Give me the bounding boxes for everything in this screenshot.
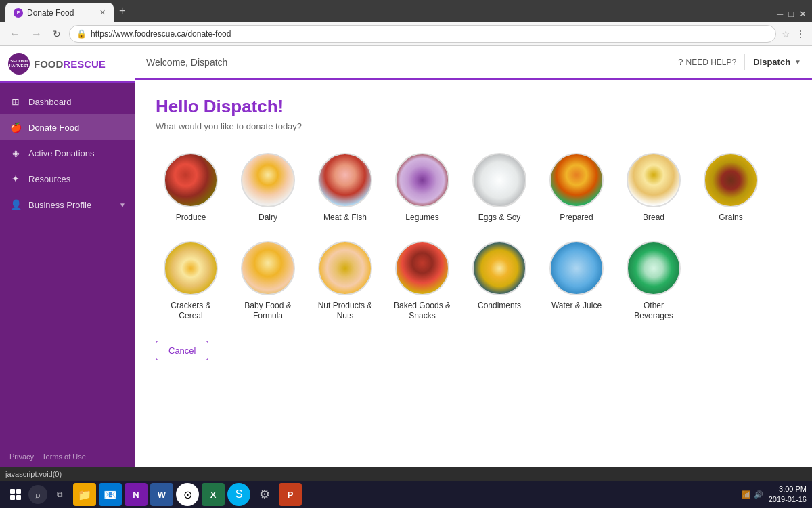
food-category-eggs-soy[interactable]: Eggs & Soy (464, 148, 535, 229)
food-category-condiments[interactable]: Condiments (464, 236, 535, 327)
task-view-button[interactable]: ⧉ (50, 485, 69, 504)
food-circle-eggs-soy (472, 153, 526, 207)
food-label-prepared: Prepared (560, 213, 593, 224)
food-category-bread[interactable]: Bread (618, 148, 689, 229)
welcome-text: Welcome, Dispatch (146, 57, 678, 68)
chevron-down-icon: ▼ (119, 201, 126, 209)
taskbar-settings[interactable]: ⚙ (253, 483, 276, 506)
url-text: https://www.foodrescue.ca/donate-food (91, 29, 769, 39)
page-title: Hello Dispatch! (156, 96, 792, 117)
new-tab-button[interactable]: + (115, 2, 129, 20)
maximize-button[interactable]: □ (788, 9, 794, 19)
user-menu[interactable]: Dispatch ▼ (753, 57, 801, 67)
network-icon: 📶 (742, 490, 751, 499)
sidebar-item-label: Donate Food (28, 123, 126, 133)
page-subtitle: What would you like to donate today? (156, 121, 792, 131)
food-label-baby-food: Baby Food & Formula (238, 301, 298, 322)
sidebar-item-label: Dashboard (28, 97, 126, 107)
business-profile-icon: 👤 (9, 198, 22, 211)
close-button[interactable]: ✕ (799, 9, 807, 19)
help-icon: ? (678, 57, 683, 67)
food-category-grains[interactable]: Grains (696, 148, 766, 229)
food-circle-baby-food (241, 241, 295, 295)
food-circle-condiments (472, 241, 526, 295)
food-category-produce[interactable]: Produce (156, 148, 226, 229)
tab-title: Donate Food (27, 8, 74, 18)
browser-tab-active[interactable]: F Donate Food ✕ (5, 3, 114, 22)
taskbar: ⌕ ⧉ 📁 📧 N W ⊙ X S ⚙ P 📶 🔊 3:00 PM 2019-0… (0, 481, 812, 508)
sidebar-item-resources[interactable]: ✦ Resources (0, 166, 135, 192)
food-category-other-beverages[interactable]: Other Beverages (618, 236, 689, 327)
taskbar-right: 📶 🔊 3:00 PM 2019-01-16 (742, 484, 807, 505)
taskbar-onenote[interactable]: N (125, 483, 148, 506)
sidebar-item-dashboard[interactable]: ⊞ Dashboard (0, 89, 135, 114)
food-category-nut-products[interactable]: Nut Products & Nuts (310, 236, 380, 327)
terms-link[interactable]: Terms of Use (42, 452, 86, 461)
app-header: Welcome, Dispatch ? NEED HELP? Dispatch … (135, 46, 812, 80)
food-category-meat-fish[interactable]: Meat & Fish (310, 148, 380, 229)
food-circle-water-juice (549, 241, 604, 295)
food-category-water-juice[interactable]: Water & Juice (541, 236, 612, 327)
extensions-icon[interactable]: ⋮ (796, 28, 805, 39)
taskbar-excel[interactable]: X (202, 483, 225, 506)
privacy-link[interactable]: Privacy (9, 452, 34, 461)
food-category-baked-goods[interactable]: Baked Goods & Snacks (387, 236, 457, 327)
active-donations-icon: ◈ (9, 147, 22, 159)
bookmark-icon[interactable]: ☆ (782, 28, 790, 39)
food-label-condiments: Condiments (478, 301, 521, 312)
food-label-baked-goods: Baked Goods & Snacks (392, 301, 452, 322)
dashboard-icon: ⊞ (9, 96, 22, 108)
taskbar-clock: 3:00 PM 2019-01-16 (769, 484, 807, 505)
status-bar: javascript:void(0) (0, 467, 812, 481)
sidebar-item-business-profile[interactable]: 👤 Business Profile ▼ (0, 192, 135, 217)
food-circle-other-beverages (627, 241, 681, 295)
sidebar-item-active-donations[interactable]: ◈ Active Donations (0, 140, 135, 166)
resources-icon: ✦ (9, 173, 22, 185)
sidebar: SECONDHARVEST FOODRESCUE ⊞ Dashboard 🍎 D… (0, 46, 135, 467)
food-circle-prepared (549, 153, 604, 207)
help-text: NEED HELP? (685, 58, 736, 67)
taskbar-file-explorer[interactable]: 📁 (73, 483, 96, 506)
status-text: javascript:void(0) (5, 470, 62, 478)
sidebar-item-donate-food[interactable]: 🍎 Donate Food (0, 114, 135, 140)
back-button[interactable]: ← (7, 26, 23, 41)
logo-text: FOODRESCUE (34, 58, 106, 70)
minimize-button[interactable]: ─ (777, 9, 783, 19)
taskbar-chrome[interactable]: ⊙ (176, 483, 199, 506)
taskbar-skype[interactable]: S (227, 483, 250, 506)
forward-button[interactable]: → (28, 26, 45, 41)
tab-close-icon[interactable]: ✕ (99, 8, 106, 17)
tab-favicon: F (14, 8, 23, 18)
taskbar-sys-icons: 📶 🔊 (742, 490, 763, 499)
food-label-bread: Bread (643, 213, 664, 224)
browser-chrome: F Donate Food ✕ + ─ □ ✕ (0, 0, 812, 22)
start-button[interactable] (5, 484, 26, 505)
food-category-legumes[interactable]: Legumes (387, 148, 457, 229)
food-circle-crackers-cereal (164, 241, 218, 295)
donate-food-icon: 🍎 (9, 121, 22, 133)
address-bar-row: ← → ↻ 🔒 https://www.foodrescue.ca/donate… (0, 22, 812, 46)
sidebar-logo: SECONDHARVEST FOODRESCUE (0, 46, 135, 83)
reload-button[interactable]: ↻ (50, 27, 64, 41)
taskbar-date: 2019-01-16 (769, 494, 807, 505)
window-controls: ─ □ ✕ (777, 9, 807, 22)
need-help[interactable]: ? NEED HELP? (678, 57, 736, 67)
food-circle-legumes (395, 153, 449, 207)
food-category-baby-food[interactable]: Baby Food & Formula (233, 236, 303, 327)
app-container: SECONDHARVEST FOODRESCUE ⊞ Dashboard 🍎 D… (0, 46, 812, 467)
sidebar-item-label: Resources (28, 174, 126, 184)
taskbar-word[interactable]: W (150, 483, 173, 506)
food-circle-bread (627, 153, 681, 207)
lock-icon: 🔒 (76, 29, 87, 39)
taskbar-outlook[interactable]: 📧 (99, 483, 122, 506)
food-category-crackers-cereal[interactable]: Crackers & Cereal (156, 236, 226, 327)
food-category-prepared[interactable]: Prepared (541, 148, 612, 229)
taskbar-powerpoint[interactable]: P (279, 483, 302, 506)
user-label: Dispatch (753, 57, 790, 67)
address-bar[interactable]: 🔒 https://www.foodrescue.ca/donate-food (69, 25, 776, 43)
food-categories-grid: ProduceDairyMeat & FishLegumesEggs & Soy… (156, 148, 792, 327)
cancel-button[interactable]: Cancel (156, 341, 208, 360)
task-search-button[interactable]: ⌕ (28, 485, 47, 504)
food-category-dairy[interactable]: Dairy (233, 148, 303, 229)
food-label-crackers-cereal: Crackers & Cereal (161, 301, 221, 322)
